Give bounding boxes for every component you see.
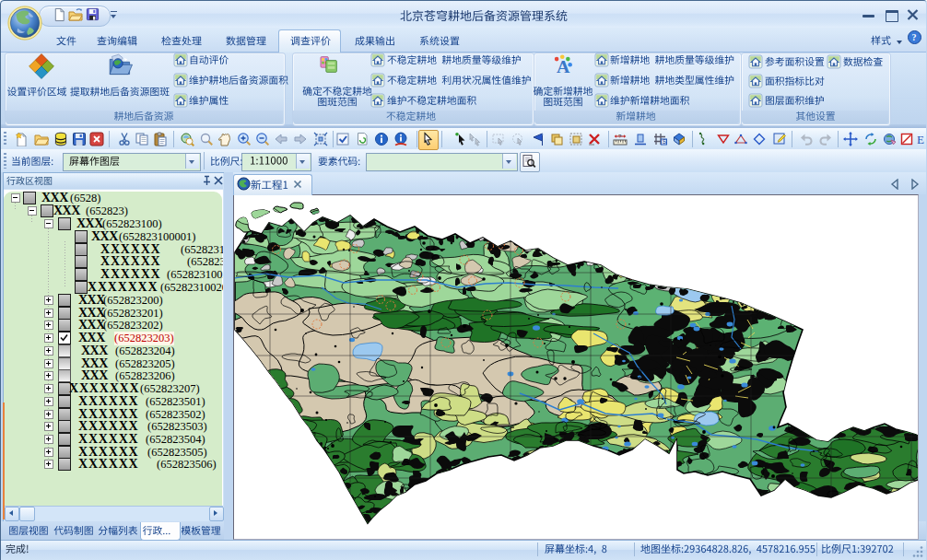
svg-text:S: S xyxy=(663,138,666,145)
svg-text:?: ? xyxy=(912,32,917,42)
svg-text:E: E xyxy=(917,133,924,146)
